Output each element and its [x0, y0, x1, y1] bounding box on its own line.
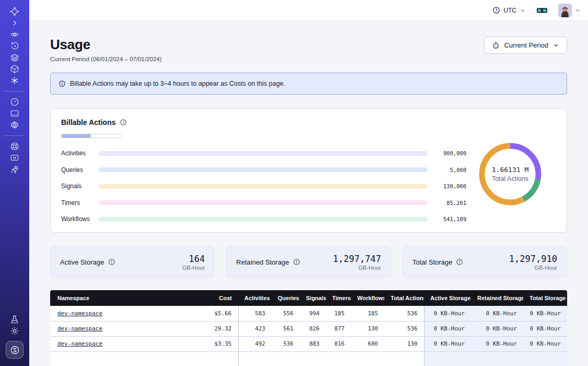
cell-cost: $5.66 — [202, 306, 238, 321]
temporal-logo-icon[interactable] — [7, 7, 22, 16]
cell-total-storage: 0 KB-Hour — [523, 336, 567, 351]
cell-queries: 561 — [272, 321, 300, 336]
cube-icon[interactable] — [7, 64, 22, 74]
col-total-actions: Total Actions — [384, 290, 424, 306]
layers-icon[interactable] — [7, 53, 22, 62]
cell-workflows: 185 — [351, 306, 384, 321]
page-title: Usage — [50, 37, 162, 53]
bar-value: 541,109 — [428, 216, 466, 222]
sidebar-divider — [4, 91, 25, 92]
cell-timers: 816 — [326, 336, 351, 351]
bar-row-activities: Activities 900,000 — [61, 150, 466, 157]
bar-track — [99, 200, 428, 205]
cell-queries: 556 — [272, 306, 300, 321]
settings-gear-icon[interactable] — [7, 120, 22, 130]
feedback-monitor-icon[interactable] — [7, 153, 22, 163]
col-signals: Signals — [300, 290, 326, 306]
cell-timers: 877 — [326, 321, 351, 336]
storage-card-unit: GB-Hour — [182, 265, 205, 271]
namespaces-eye-icon[interactable] — [7, 30, 22, 39]
cell-workflows: 600 — [351, 336, 384, 351]
theme-sun-icon[interactable] — [7, 326, 22, 336]
donut-total-value: 1.66131 M — [492, 166, 528, 174]
cell-cost: $3.35 — [202, 336, 238, 351]
cell-total-actions: 130 — [384, 336, 424, 351]
storage-card-label: Active Storage — [60, 258, 104, 266]
labs-flask-icon[interactable] — [7, 315, 22, 324]
chevron-down-icon — [552, 42, 559, 49]
total-actions-donut: 1.66131 M Total Actions — [466, 125, 554, 223]
tab-total[interactable]: Total — [62, 134, 90, 138]
cell-retained-storage: 0 KB-Hour — [471, 336, 523, 351]
usage-dollar-icon[interactable] — [6, 341, 23, 359]
cell-activities: 492 — [238, 336, 272, 351]
cell-activities: 583 — [238, 306, 272, 321]
bar-value: 130,000 — [428, 183, 466, 189]
info-icon[interactable] — [293, 258, 300, 266]
table-header-row: Namespace Cost Activities Queries Signal… — [50, 290, 567, 306]
history-clock-icon[interactable] — [7, 41, 22, 51]
table-row-partial — [50, 351, 567, 366]
getting-started-rocket-icon[interactable] — [7, 165, 22, 174]
info-icon[interactable] — [108, 258, 115, 266]
bar-value: 900,000 — [428, 150, 466, 156]
namespace-link[interactable]: dev-namespace — [57, 310, 102, 317]
chevron-down-icon — [574, 7, 581, 14]
cell-retained-storage: 0 KB-Hour — [471, 321, 523, 336]
bar-label: Activities — [61, 150, 99, 157]
cell-total-storage: 0 KB-Hour — [523, 306, 567, 321]
storage-summary-row: Active Storage 164 GB-Hour Retained Stor… — [50, 246, 567, 278]
bar-row-signals: Signals 130,000 — [61, 182, 466, 190]
tab-daily[interactable]: Daily — [90, 134, 121, 138]
bar-track — [99, 217, 428, 222]
period-selector-button[interactable]: Current Period — [484, 37, 567, 54]
timezone-selector[interactable]: UTC — [492, 6, 526, 14]
total-daily-toggle: Total Daily — [61, 134, 121, 138]
billable-bar-chart: Activities 900,000 Queries 5,000 Signals… — [61, 150, 466, 223]
sidebar — [0, 0, 29, 366]
cell-cost: 29.32 — [202, 321, 238, 336]
table-row: dev-namespace 29.32 423 561 826 877 130 … — [50, 321, 567, 336]
namespace-link[interactable]: dev-namespace — [57, 325, 102, 332]
col-activities: Activities — [238, 290, 272, 306]
billable-actions-card: Billable Actions Total Daily Activities … — [50, 108, 567, 233]
storage-card-label: Retained Storage — [236, 258, 289, 266]
retained-storage-card: Retained Storage 1,297,747 GB-Hour — [226, 246, 391, 278]
user-menu[interactable] — [558, 4, 581, 17]
col-queries: Queries — [272, 290, 300, 306]
sidebar-divider — [4, 135, 25, 136]
nexus-asterisk-icon[interactable] — [7, 76, 22, 85]
stopwatch-icon — [492, 41, 500, 49]
dev-goggles-toggle[interactable] — [536, 7, 548, 14]
collapse-chevron-icon[interactable] — [7, 18, 22, 28]
page-header: Usage Current Period (06/01/2024 – 07/01… — [50, 37, 567, 62]
info-icon[interactable] — [456, 258, 463, 266]
avatar — [558, 4, 572, 17]
storage-card-label: Total Storage — [413, 258, 453, 266]
bar-track — [99, 167, 428, 172]
bar-label: Queries — [61, 166, 99, 174]
cell-retained-storage: 0 KB-Hour — [471, 306, 523, 321]
cell-active-storage: 0 KB-Hour — [424, 321, 471, 336]
namespace-link[interactable]: dev-namespace — [57, 340, 102, 347]
billable-actions-title: Billable Actions — [61, 118, 116, 127]
col-workflows: Workflows — [351, 290, 384, 306]
usage-gauge-icon[interactable] — [7, 97, 22, 107]
info-icon[interactable] — [120, 119, 127, 126]
cell-active-storage: 0 KB-Hour — [424, 336, 471, 351]
namespace-usage-table: Namespace Cost Activities Queries Signal… — [50, 290, 567, 366]
bar-value: 5,000 — [428, 167, 466, 173]
bar-track — [99, 151, 428, 156]
total-storage-card: Total Storage 1,297,910 GB-Hour — [403, 246, 567, 278]
support-lifebuoy-icon[interactable] — [7, 142, 22, 151]
col-namespace: Namespace — [50, 290, 202, 306]
info-banner: Billable Actions may take up to 3–4 hour… — [50, 73, 567, 95]
cell-activities: 423 — [238, 321, 272, 336]
bar-label: Workflows — [61, 215, 99, 223]
bar-row-workflows: Workflows 541,109 — [61, 215, 466, 223]
table-row: dev-namespace $5.66 583 556 994 185 185 … — [50, 306, 567, 321]
col-timers: Timers — [326, 290, 351, 306]
billing-card-icon[interactable] — [7, 109, 22, 118]
bar-row-queries: Queries 5,000 — [61, 166, 466, 174]
period-selector-label: Current Period — [504, 41, 548, 49]
